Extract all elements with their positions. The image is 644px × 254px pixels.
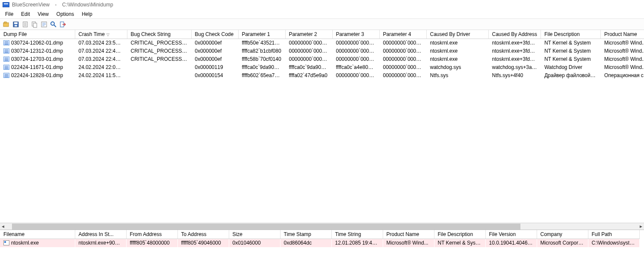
col-from-address[interactable]: From Address (126, 230, 177, 239)
cell: ntoskrnl.exe (426, 39, 488, 47)
table-row[interactable]: 030724-12062-01.dmp07.03.2024 23:59:06CR… (0, 39, 644, 47)
menu-view[interactable]: View (34, 10, 52, 18)
col-caused-by-driver[interactable]: Caused By Driver (426, 30, 488, 39)
cell: ntoskrnl.exe (426, 47, 488, 55)
col-file-version[interactable]: File Version (485, 230, 537, 239)
cell: Драйвер файловой с... (541, 72, 600, 80)
col-to-address[interactable]: To Address (177, 230, 229, 239)
cell: fffff805`49046000 (177, 239, 229, 247)
col-dump-file[interactable]: Dump File (0, 30, 75, 39)
find-icon[interactable] (50, 21, 57, 28)
dump-table[interactable]: Dump FileCrash Time▽Bug Check StringBug … (0, 30, 644, 80)
col-product-name[interactable]: Product Name (600, 30, 644, 39)
cell: watchdog.sys+3ad0 (488, 63, 541, 72)
cell-text: 030724-12703-01.dmp (11, 56, 63, 62)
cell: 0x00000154 (191, 72, 238, 80)
cell: Microsoft® Wind... (600, 47, 644, 55)
col-address-in-st...[interactable]: Address In St... (75, 230, 126, 239)
table-row[interactable]: 030724-12703-01.dmp07.03.2024 22:40:35CR… (0, 55, 644, 63)
col-full-path[interactable]: Full Path (588, 230, 639, 239)
col-company[interactable]: Company (537, 230, 588, 239)
col-bug-check-code[interactable]: Bug Check Code (191, 30, 238, 39)
exit-icon[interactable] (59, 21, 67, 28)
scroll-left-icon[interactable]: ◄ (0, 224, 6, 230)
cell: 24.02.2024 22:08:39 (75, 63, 127, 72)
cell: CRITICAL_PROCESS_DIED (127, 55, 191, 63)
menu-edit[interactable]: Edit (18, 10, 33, 18)
cell (127, 72, 191, 80)
dump-list-pane: Dump FileCrash Time▽Bug Check StringBug … (0, 30, 644, 230)
report-icon[interactable] (21, 21, 29, 28)
cell-text: 022424-12828-01.dmp (11, 72, 63, 78)
col-parameter-3[interactable]: Parameter 3 (332, 30, 379, 39)
cell: 00000000`000000... (332, 39, 379, 47)
menubar: File Edit View Options Help (0, 9, 644, 19)
cell: 0x01046000 (229, 239, 280, 247)
col-bug-check-string[interactable]: Bug Check String (127, 30, 191, 39)
col-file-description[interactable]: File Description (541, 30, 600, 39)
sort-desc-icon: ▽ (106, 33, 109, 37)
cell: 030724-12312-01.dmp (0, 47, 75, 55)
cell: 00000000`000000... (332, 55, 379, 63)
dump-file-icon (3, 73, 9, 78)
table-row[interactable]: ntoskrnl.exentoskrnl.exe+90d6...fffff805… (0, 239, 639, 247)
dump-file-icon (3, 40, 9, 45)
cell: ffffa02`47d5e9a0 (285, 72, 332, 80)
col-product-name[interactable]: Product Name (383, 230, 434, 239)
driver-table[interactable]: FilenameAddress In St...From AddressTo A… (0, 230, 640, 247)
cell: 00000000`000000... (285, 47, 332, 55)
svg-rect-10 (33, 23, 37, 27)
col-time-stamp[interactable]: Time Stamp (280, 230, 331, 239)
cell: 00000000`000000... (379, 47, 426, 55)
scroll-right-icon[interactable]: ► (638, 224, 644, 230)
col-caused-by-address[interactable]: Caused By Address (488, 30, 541, 39)
table-row[interactable]: 022424-12828-01.dmp24.02.2024 11:53:460x… (0, 72, 644, 80)
menu-help[interactable]: Help (78, 10, 96, 18)
col-parameter-1[interactable]: Parameter 1 (238, 30, 285, 39)
cell: 00000000`000000... (332, 72, 379, 80)
cell-text: ntoskrnl.exe (11, 240, 39, 246)
menu-options[interactable]: Options (53, 10, 77, 18)
open-icon[interactable] (3, 21, 10, 28)
svg-line-16 (54, 25, 56, 27)
cell: 0x000000ef (191, 55, 238, 63)
cell: NT Kernel & System (541, 55, 600, 63)
scroll-track[interactable] (12, 224, 632, 230)
title-path: C:\Windows\Minidump (62, 2, 113, 8)
copy-icon[interactable] (31, 21, 38, 28)
app-icon (3, 2, 9, 7)
col-parameter-4[interactable]: Parameter 4 (379, 30, 426, 39)
cell: Microsoft® Wind... (600, 39, 644, 47)
cell: ntoskrnl.exe (0, 239, 75, 247)
col-crash-time[interactable]: Crash Time▽ (75, 30, 127, 39)
dump-file-icon (3, 65, 9, 70)
cell: 0x00000119 (191, 63, 238, 72)
cell: ffffca0c`9da90000 (238, 63, 285, 72)
properties-icon[interactable] (40, 21, 48, 28)
title-sep: - (52, 2, 59, 8)
col-filename[interactable]: Filename (0, 230, 75, 239)
col-size[interactable]: Size (229, 230, 280, 239)
table-row[interactable]: 022424-11671-01.dmp24.02.2024 22:08:390x… (0, 63, 644, 72)
cell: 10.0.19041.4046 (W... (485, 239, 537, 247)
col-time-string[interactable]: Time String (331, 230, 383, 239)
scroll-thumb[interactable] (12, 224, 520, 230)
menu-file[interactable]: File (2, 10, 17, 18)
col-file-description[interactable]: File Description (434, 230, 485, 239)
cell: Ntfs.sys+4f40 (488, 72, 541, 80)
cell: 0x000000ef (191, 39, 238, 47)
h-scrollbar[interactable]: ◄ ► (0, 223, 644, 230)
cell-text: 030724-12062-01.dmp (11, 40, 63, 46)
cell: Ntfs.sys (426, 72, 488, 80)
dump-file-icon (3, 48, 9, 54)
dump-file-icon (3, 57, 9, 62)
cell: CRITICAL_PROCESS_DIED (127, 47, 191, 55)
driver-list-pane: FilenameAddress In St...From AddressTo A… (0, 230, 644, 254)
cell: 00000000`000000... (379, 55, 426, 63)
cell: 00000000`000000... (332, 47, 379, 55)
cell: ffffc58b`70cf0140 (238, 55, 285, 63)
title-app: BlueScreenView (12, 2, 50, 8)
col-parameter-2[interactable]: Parameter 2 (285, 30, 332, 39)
table-row[interactable]: 030724-12312-01.dmp07.03.2024 22:42:05CR… (0, 47, 644, 55)
save-icon[interactable] (12, 21, 20, 28)
